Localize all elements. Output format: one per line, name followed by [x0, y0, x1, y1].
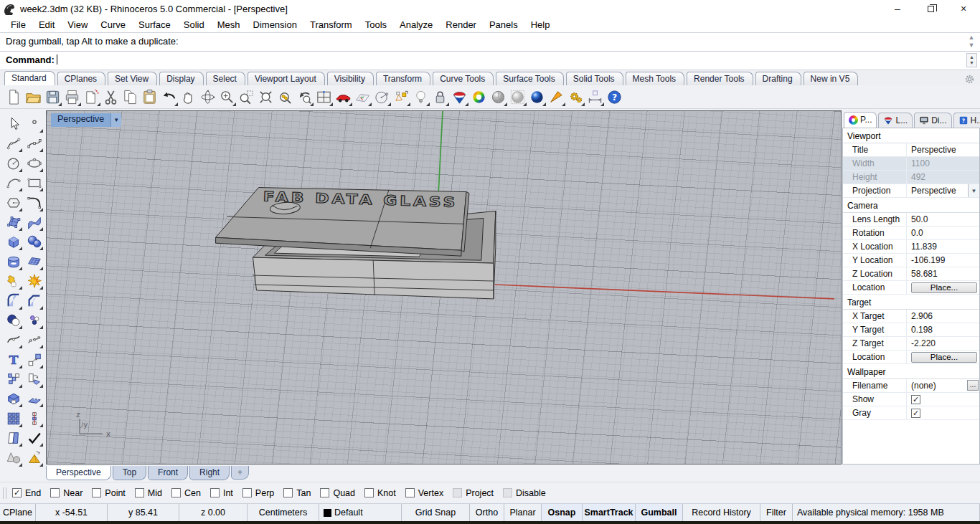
osnap-mid-checkbox[interactable]: [135, 488, 144, 497]
status-x[interactable]: x -54.51: [36, 504, 108, 521]
osnap-knot-checkbox[interactable]: [364, 488, 374, 497]
command-spinner[interactable]: ▲▼: [966, 53, 977, 67]
copy-button[interactable]: [121, 87, 140, 107]
boolean-union-button[interactable]: [4, 272, 23, 290]
panel-section-wallpaper[interactable]: Wallpaper: [843, 364, 979, 379]
status-ortho[interactable]: Ortho: [470, 504, 504, 521]
zoom-window-button[interactable]: [237, 87, 256, 107]
toolbar-tab-solid-tools[interactable]: Solid Tools: [566, 72, 623, 85]
array-rectangular-button[interactable]: [4, 409, 23, 428]
osnap-int-checkbox[interactable]: [210, 488, 220, 497]
osnap-vertex[interactable]: Vertex: [405, 488, 443, 498]
array-linear-button[interactable]: [25, 409, 44, 428]
viewport-tab-front[interactable]: Front: [148, 466, 188, 480]
print-button[interactable]: [62, 87, 82, 107]
viewport-tab-top[interactable]: Top: [113, 466, 146, 480]
control-point-curve-button[interactable]: [4, 134, 23, 153]
status-record[interactable]: Record History: [683, 504, 760, 521]
toolbar-tab-standard[interactable]: Standard: [4, 71, 55, 85]
drag-grip[interactable]: [3, 487, 6, 499]
command-history[interactable]: Drag gumball, tap Alt to make a duplicat…: [0, 33, 980, 52]
close-button[interactable]: ×: [947, 0, 980, 17]
viewport-canvas[interactable]: FAB DATA GLASS z y x: [47, 111, 841, 464]
lights-button[interactable]: [411, 87, 430, 107]
menu-edit[interactable]: Edit: [32, 19, 61, 31]
extrude-surface-button[interactable]: [25, 389, 44, 408]
perspective-viewport[interactable]: Perspective ▼: [46, 110, 842, 465]
ghosted-viewport-button[interactable]: [508, 87, 527, 107]
status-planar[interactable]: Planar: [504, 504, 542, 521]
osnap-project[interactable]: Project: [453, 488, 494, 498]
curve-through-points-button[interactable]: [25, 134, 44, 153]
panel-section-target[interactable]: Target: [843, 295, 979, 310]
circle-measure-button[interactable]: [372, 87, 392, 107]
new-file-button[interactable]: [4, 87, 24, 107]
flip-objects-button[interactable]: [4, 429, 23, 447]
osnap-point-checkbox[interactable]: [92, 488, 101, 497]
copy-objects-button[interactable]: [4, 370, 23, 389]
viewport-layout-button[interactable]: [314, 87, 334, 107]
zoom-extents-button[interactable]: [256, 87, 275, 107]
solid-box-button[interactable]: [4, 232, 23, 251]
options-gears-button[interactable]: [566, 87, 585, 107]
toolbar-tab-mesh-tools[interactable]: Mesh Tools: [626, 72, 684, 85]
loft-surface-button[interactable]: [25, 213, 44, 232]
primitive-solids-button[interactable]: [4, 449, 23, 467]
toolbar-tab-select[interactable]: Select: [206, 72, 245, 85]
menu-file[interactable]: File: [4, 19, 32, 31]
copy-to-clipboard-button[interactable]: [82, 87, 101, 107]
panel-section-viewport[interactable]: Viewport: [843, 128, 979, 143]
car-button[interactable]: [334, 87, 353, 107]
toolbar-tab-curve-tools[interactable]: Curve Tools: [433, 72, 494, 85]
panel-tab-properties[interactable]: P...: [844, 112, 877, 128]
cone-pointer-button[interactable]: [547, 87, 566, 107]
save-button[interactable]: [43, 87, 62, 107]
osnap-end-checkbox[interactable]: ✓: [12, 488, 22, 497]
menu-solid[interactable]: Solid: [177, 19, 211, 31]
toolbar-tab-surface-tools[interactable]: Surface Tools: [496, 72, 564, 85]
circle-center-radius-button[interactable]: [4, 154, 23, 173]
single-point-button[interactable]: [25, 115, 44, 133]
minimize-button[interactable]: –: [881, 0, 914, 17]
osnap-cen[interactable]: Cen: [171, 488, 201, 498]
osnap-near[interactable]: Near: [50, 488, 83, 498]
zoom-dynamic-button[interactable]: [217, 87, 237, 107]
osnap-tan-checkbox[interactable]: [283, 488, 293, 497]
solid-union-button[interactable]: [4, 389, 23, 408]
menu-render[interactable]: Render: [439, 19, 483, 31]
cplane-button[interactable]: [353, 87, 372, 107]
osnap-tan[interactable]: Tan: [283, 488, 311, 498]
browse-button[interactable]: ...: [967, 380, 979, 391]
osnap-int[interactable]: Int: [210, 488, 233, 498]
check-objects-button[interactable]: [25, 429, 44, 447]
lock-button[interactable]: [430, 87, 450, 107]
osnap-end[interactable]: ✓End: [12, 488, 41, 498]
arc-button[interactable]: [4, 173, 23, 192]
menu-analyze[interactable]: Analyze: [393, 19, 439, 31]
ellipse-button[interactable]: [25, 154, 44, 173]
new-viewport-tab-button[interactable]: +: [231, 466, 249, 480]
select-arrow-button[interactable]: [4, 115, 23, 133]
surface-grid-button[interactable]: [25, 252, 44, 271]
status-available[interactable]: Available physical memory: 1958 MB: [793, 504, 980, 521]
cut-button[interactable]: [101, 87, 121, 107]
status-smarttrack[interactable]: SmartTrack: [583, 504, 636, 521]
orient-objects-button[interactable]: [25, 370, 44, 389]
panel-tab-display[interactable]: Di...: [914, 113, 951, 128]
status-osnap[interactable]: Osnap: [542, 504, 583, 521]
fillet-edge-button[interactable]: [4, 292, 23, 310]
solid-cylinder-button[interactable]: [4, 252, 23, 271]
rendered-viewport-button[interactable]: [527, 87, 547, 107]
toolbar-tab-set-view[interactable]: Set View: [108, 72, 157, 85]
status-grid[interactable]: Grid Snap: [402, 504, 470, 521]
osnap-quad[interactable]: Quad: [320, 488, 355, 498]
menu-help[interactable]: Help: [524, 19, 557, 31]
menu-surface[interactable]: Surface: [132, 19, 177, 31]
show-checkbox[interactable]: ✓: [911, 395, 920, 404]
restore-button[interactable]: [914, 0, 947, 17]
viewport-tab-right[interactable]: Right: [189, 466, 230, 480]
toolbar-tab-display[interactable]: Display: [159, 72, 203, 85]
explode-button[interactable]: [25, 272, 44, 290]
osnap-near-checkbox[interactable]: [50, 488, 60, 497]
color-wheel-button[interactable]: [469, 87, 489, 107]
